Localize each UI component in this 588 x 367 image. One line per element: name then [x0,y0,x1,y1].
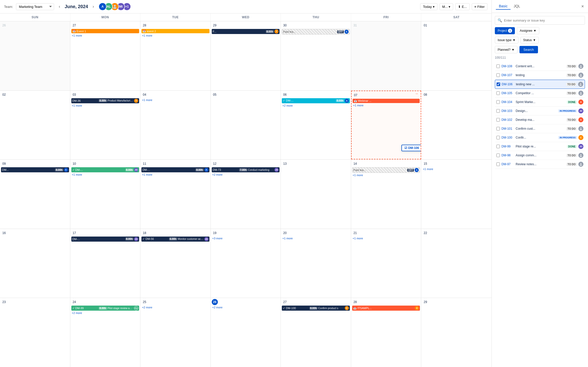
more-events-link[interactable]: +3 more [212,237,280,240]
issue-row[interactable]: DM-106 testing new ... TO DO [495,80,585,89]
day-cell[interactable]: 20 +1 more [281,229,351,298]
day-cell[interactable]: 15 +1 more [421,160,492,229]
event[interactable]: DM-... 8.00h JD [71,237,139,242]
event[interactable]: ✓ DM-100 8.00h Confirm product s C [282,306,350,311]
day-cell[interactable]: 01 [421,21,492,90]
more-events-link[interactable]: +2 more [141,306,209,309]
issue-row[interactable]: DM-105 Competitor ... TO DO [495,89,585,98]
issue-row[interactable]: DM-103 Design... IN PROGRESS JD [495,107,585,115]
day-cell[interactable]: 29 F... 8.00h T [211,21,281,90]
day-cell[interactable]: 08 [421,91,492,160]
more-events-link[interactable]: +1 more [353,104,420,107]
dm106-popup[interactable]: ☑ DM-106 [401,145,421,151]
day-cell[interactable]: 18 ✓ DM-56 6.00h Monitor customer accept… [140,229,211,298]
day-cell[interactable]: 28 📅event 2 +1 more [140,21,211,90]
tab-basic[interactable]: Basic [496,3,511,10]
prev-month-button[interactable]: ‹ [57,3,61,10]
close-button[interactable]: × [581,4,584,9]
day-cell[interactable]: 05 [211,91,281,160]
issue-row[interactable]: DM-107 testing TO DO [495,71,585,80]
issue-checkbox[interactable] [497,82,500,86]
day-cell[interactable]: 14 Paid lea... OFF A +1 more [351,160,421,229]
more-events-link[interactable]: +1 more [422,167,491,171]
day-cell[interactable]: 09 DM... 8.00h A [0,160,70,229]
day-cell[interactable]: 27 📅Event 1 +1 more [70,21,141,90]
day-cell[interactable]: 16 [0,229,70,298]
event[interactable]: ✓ DM-99 8.00h Pilot stage review and com… [71,306,139,311]
more-events-link[interactable]: +2 more [212,173,280,176]
day-cell[interactable]: 02 [0,91,70,160]
event[interactable]: 📅event 2 [141,29,209,33]
event[interactable]: Paid lea... OFF A [352,167,420,173]
event[interactable]: DM-... 8.00h A [141,167,209,172]
more-events-link[interactable]: +1 more [141,173,209,176]
issue-row[interactable]: DM-101 Confirm cust... TO DO [495,124,585,133]
view-button[interactable]: M... ▾ [439,3,453,10]
issue-checkbox[interactable] [496,154,500,157]
day-cell[interactable]: 03 DM-36 8.00h Product Manufacturing and… [70,91,141,160]
next-month-button[interactable]: › [91,3,95,10]
more-events-link[interactable]: +1 more [141,34,209,37]
more-events-link[interactable]: +1 more [352,173,420,177]
day-cell[interactable]: 27 ✓ DM-100 8.00h Confirm product s C [281,298,351,367]
export-button[interactable]: ⬆ E... [455,3,469,10]
day-cell[interactable]: 19 +3 more [211,229,281,298]
more-events-link[interactable]: +1 more [71,173,139,176]
tab-jql[interactable]: JQL [511,3,523,10]
project-filter-button[interactable]: Project 1 [495,27,515,34]
event[interactable]: Paid lea... OFF A [282,29,350,35]
event[interactable]: DM-36 8.00h Product Manufacturing and Mo… [71,98,139,103]
issue-row[interactable]: DM-102 Develop ma... TO DO A [495,115,585,124]
issue-row[interactable]: DM-99 Pilot stage re... DONE JD [495,142,585,151]
assignee-filter-button[interactable]: Assignee ▼ [517,27,539,34]
day-cell-07[interactable]: 07 → 📅Webinar ... ☑ DM-106 +1 more [351,91,421,160]
day-cell-today[interactable]: 26 +2 more [211,298,281,367]
issue-checkbox[interactable] [496,100,500,104]
issue-checkbox[interactable] [496,162,500,166]
day-cell[interactable]: 11 DM-... 8.00h A +1 more [140,160,211,229]
event[interactable]: ✓ DM-... 8.00h A [282,98,350,103]
issue-checkbox[interactable] [496,64,500,68]
day-cell[interactable]: 10 ✓ DM-... 8.00h JD +1 more [70,160,141,229]
avatar[interactable]: A [99,3,107,11]
event[interactable]: 📅Webinar ... [353,99,420,103]
more-events-link[interactable]: +2 more [71,311,139,315]
issue-checkbox[interactable] [496,145,500,148]
day-cell[interactable]: 24 ✓ DM-99 8.00h Pilot stage review and … [70,298,141,367]
more-events-link[interactable]: +1 more [352,237,420,240]
more-events-link[interactable]: +2 more [212,306,280,309]
day-cell[interactable]: 21 +1 more [351,229,421,298]
day-cell[interactable]: 04 +1 more [140,91,211,160]
issue-row[interactable]: DM-98 Assign comm... TO DO [495,151,585,160]
event[interactable]: DM... 8.00h A [1,167,69,172]
day-cell[interactable]: 30 Paid lea... OFF A [281,21,351,90]
issue-checkbox[interactable] [496,91,500,95]
issue-row[interactable]: DM-108 Content writ... TO DO [495,62,585,71]
team-select[interactable]: Marketing Team [16,3,54,10]
issue-checkbox[interactable] [496,109,500,113]
more-events-link[interactable]: +1 more [282,237,350,240]
more-events-link[interactable]: +1 more [71,34,139,37]
event[interactable]: ✓ DM-56 6.00h Monitor customer acceptanc… [141,237,209,242]
issue-checkbox[interactable] [496,118,500,122]
day-cell[interactable]: 12 DM-73 7.00h Conduct marketing JD +2 m… [211,160,281,229]
issue-checkbox[interactable] [496,73,500,77]
event[interactable]: DM-73 7.00h Conduct marketing JD [212,167,280,172]
day-cell[interactable]: 22 [421,229,492,298]
issue-checkbox[interactable] [496,136,500,139]
search-button[interactable]: Search [519,46,538,53]
search-input[interactable] [504,19,582,22]
more-events-link[interactable]: +2 more [282,104,350,107]
event[interactable]: ✓ DM-... 8.00h JD [71,167,139,172]
more-events-link[interactable]: +1 more [141,98,209,102]
day-cell[interactable]: 31 [351,21,421,90]
day-cell[interactable]: 06 ✓ DM-... 8.00h A +2 more [281,91,351,160]
planned-filter-button[interactable]: Planned? ▼ [495,46,517,53]
day-cell[interactable]: 23 [0,298,70,367]
event[interactable]: F... 8.00h T [212,29,280,34]
day-cell[interactable]: 28 📅 ITSAMPL... C [351,298,421,367]
filter-button[interactable]: ≡ Filter [472,3,487,10]
day-cell[interactable]: 26 [0,21,70,90]
event[interactable]: 📅Event 1 [71,29,139,33]
day-cell[interactable]: 13 [281,160,351,229]
